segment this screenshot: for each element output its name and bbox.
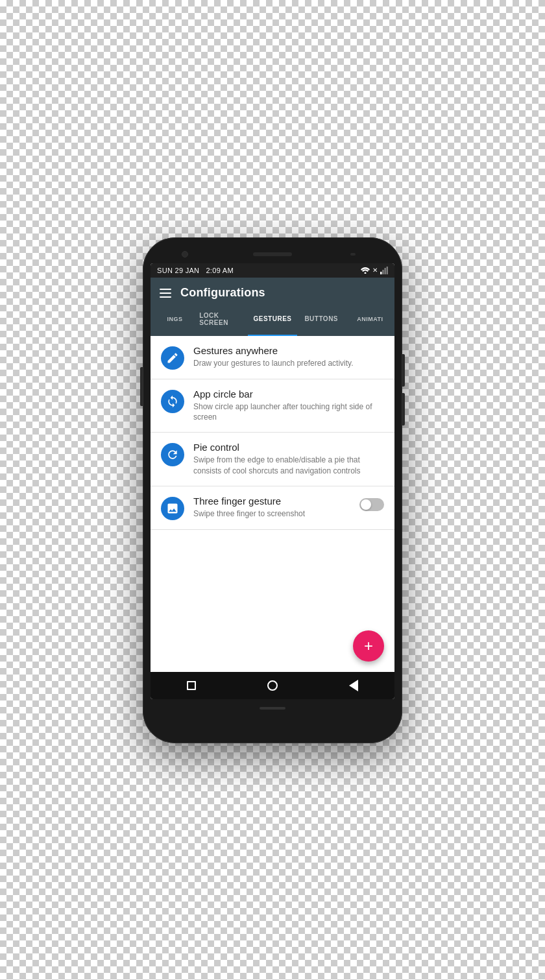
nav-recents-button[interactable]	[178, 673, 204, 699]
three-finger-title: Three finger gesture	[193, 496, 354, 507]
hamburger-menu-button[interactable]	[160, 289, 171, 298]
pencil-icon	[166, 352, 179, 365]
pie-control-text: Pie control Swipe from the edge to enabl…	[193, 442, 384, 477]
settings-item-gestures-anywhere[interactable]: Gestures anywhere Draw your gestures to …	[151, 336, 394, 379]
home-icon	[267, 680, 278, 691]
phone-device: SUN 29 JAN 2:09 AM ✕	[143, 237, 402, 743]
tab-lock-screen[interactable]: LOCK SCREEN	[199, 309, 248, 336]
pie-control-icon-container	[161, 443, 184, 466]
svg-rect-1	[380, 272, 382, 274]
content-area: Gestures anywhere Draw your gestures to …	[151, 336, 394, 672]
earpiece-speaker	[253, 252, 292, 256]
svg-rect-4	[387, 267, 388, 274]
ambient-sensor	[350, 253, 356, 256]
volume-up-button[interactable]	[140, 367, 143, 406]
back-icon	[349, 680, 358, 691]
tab-animations[interactable]: ANIMATI	[346, 309, 394, 336]
tab-settings[interactable]: INGS	[151, 309, 199, 336]
nav-home-button[interactable]	[260, 673, 285, 699]
power-button[interactable]	[402, 354, 405, 387]
svg-rect-2	[382, 270, 384, 274]
tabs-bar: INGS LOCK SCREEN GESTURES BUTTONS ANIMAT…	[151, 309, 394, 336]
status-icons: ✕	[361, 267, 388, 274]
signal-bars-icon	[380, 267, 388, 274]
status-time-value: 2:09 AM	[206, 267, 233, 274]
settings-item-app-circle-bar[interactable]: App circle bar Show circle app launcher …	[151, 379, 394, 433]
refresh-circle-icon	[166, 448, 179, 461]
pie-control-subtitle: Swipe from the edge to enable/disable a …	[193, 455, 384, 477]
svg-rect-3	[384, 268, 386, 274]
fab-plus-icon: +	[364, 638, 373, 654]
recents-icon	[187, 681, 196, 690]
three-finger-icon-container	[161, 497, 184, 520]
gestures-anywhere-title: Gestures anywhere	[193, 345, 384, 356]
wifi-icon	[361, 267, 370, 274]
tab-buttons[interactable]: BUTTONS	[297, 309, 346, 336]
image-frame-icon	[166, 502, 179, 515]
three-finger-text: Three finger gesture Swipe three finger …	[193, 496, 354, 520]
phone-screen: SUN 29 JAN 2:09 AM ✕	[151, 263, 394, 699]
three-finger-subtitle: Swipe three finger to screenshot	[193, 508, 354, 520]
app-circle-bar-subtitle: Show circle app launcher after touching …	[193, 401, 384, 424]
three-finger-toggle-container	[359, 498, 384, 511]
phone-top-sensors	[151, 245, 394, 263]
app-circle-bar-title: App circle bar	[193, 388, 384, 400]
volume-down-button[interactable]	[402, 393, 405, 425]
tab-gestures[interactable]: GESTURES	[248, 309, 297, 336]
svg-point-0	[365, 272, 367, 274]
no-sim-icon: ✕	[372, 267, 378, 274]
home-indicator	[260, 707, 285, 710]
app-circle-bar-text: App circle bar Show circle app launcher …	[193, 388, 384, 424]
status-bar: SUN 29 JAN 2:09 AM ✕	[151, 263, 394, 278]
gestures-anywhere-text: Gestures anywhere Draw your gestures to …	[193, 345, 384, 369]
status-date: SUN 29 JAN	[157, 267, 199, 274]
app-circle-bar-icon-container	[161, 390, 184, 413]
settings-item-three-finger[interactable]: Three finger gesture Swipe three finger …	[151, 486, 394, 530]
app-bar: Configurations	[151, 278, 394, 309]
phone-bottom	[151, 699, 394, 717]
settings-item-pie-control[interactable]: Pie control Swipe from the edge to enabl…	[151, 433, 394, 486]
nav-back-button[interactable]	[341, 673, 367, 699]
three-finger-toggle[interactable]	[359, 498, 384, 511]
app-title: Configurations	[180, 286, 265, 300]
front-camera	[182, 251, 188, 257]
status-datetime: SUN 29 JAN 2:09 AM	[157, 267, 234, 274]
gestures-anywhere-subtitle: Draw your gestures to launch prefered ac…	[193, 358, 384, 369]
gestures-anywhere-icon-container	[161, 346, 184, 370]
fab-add-button[interactable]: +	[353, 630, 384, 662]
nav-bar	[151, 672, 394, 699]
arrow-circle-icon	[166, 395, 179, 408]
pie-control-title: Pie control	[193, 442, 384, 453]
